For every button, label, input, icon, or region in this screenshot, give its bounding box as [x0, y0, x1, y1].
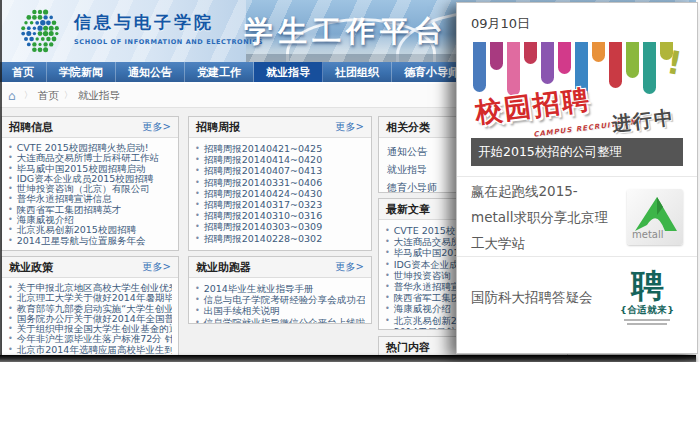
paint-drip — [592, 42, 605, 62]
nav-item-career[interactable]: 就业指导 — [254, 62, 323, 82]
paint-drip — [473, 42, 486, 92]
panel-header: 就业助跑器 更多> — [189, 257, 371, 278]
bullet-icon: • — [8, 304, 13, 314]
list-item[interactable]: •世坤投资咨询（北京）有限公司 — [8, 184, 172, 194]
list-item-label: IDG资本企业成员2015校园招聘 — [17, 174, 154, 184]
more-link[interactable]: 更多> — [336, 260, 364, 274]
list-item[interactable]: •CVTE 2015校园招聘火热启动! — [8, 143, 172, 153]
panel-header: 就业政策 更多> — [2, 257, 178, 278]
list-item[interactable]: •招聘周报20140407~0413 — [195, 165, 365, 176]
panel-header: 招聘信息 更多> — [2, 117, 178, 138]
panel-weekly-report: 招聘周报 更多> •招聘周报20140421~0425•招聘周报20140414… — [188, 116, 372, 251]
paint-drip — [558, 42, 571, 74]
panel-title: 热门内容 — [386, 340, 430, 355]
list-item[interactable]: •2014卫星导航与位置服务年会 — [8, 236, 172, 246]
list-item[interactable]: •北京兆易创新2015校园招聘 — [8, 225, 172, 235]
list-item[interactable]: •毕马威中国2015校园招聘启动 — [8, 164, 172, 174]
paint-drip — [609, 42, 622, 88]
nav-item-party[interactable]: 党建工作 — [185, 62, 254, 82]
more-link[interactable]: 更多> — [143, 120, 171, 134]
list-item[interactable]: •德育小导师 — [387, 181, 463, 193]
list-item-label: 关于组织申报全国大学生创业基金的通知 — [17, 324, 172, 334]
list-item-label: 海康威视介绍 — [394, 303, 451, 314]
nav-item-news[interactable]: 学院新闻 — [47, 62, 116, 82]
more-link[interactable]: 更多> — [336, 120, 364, 134]
panel-title: 招聘信息 — [9, 120, 53, 135]
list-item-label: 普华永道招聘宣讲信息 — [17, 194, 112, 204]
list-item[interactable]: •陕西省军工集团招聘英才 — [8, 205, 172, 215]
list-item-label: 招聘周报20140414~0420 — [204, 154, 323, 165]
campus-recruitment-banner[interactable]: ! 校园招聘 CAMPUS RECRUITMENT 进行中 开始2015校招的公… — [471, 42, 683, 166]
list-item-label: 教育部等九部委启动实施“大学生创业引领计划” — [17, 304, 172, 314]
bullet-icon: • — [195, 294, 200, 305]
nav-item-notices[interactable]: 通知公告 — [116, 62, 185, 82]
list-item[interactable]: •关于申报北京地区高校大学生创业优秀团队的通知 — [8, 283, 172, 293]
page: 信息与电子学院 SCHOOL OF INFORMATION AND ELECTR… — [0, 0, 700, 422]
bullet-icon: • — [8, 314, 13, 324]
list-item[interactable]: •招聘周报20140421~0425 — [195, 143, 365, 154]
list-item[interactable]: •北京市2014年选聘应届高校毕业生到村任职工作公告 — [8, 345, 172, 355]
list-item-label: 今年非沪生源毕业生落户标准72分 针对紧缺急需人才 — [17, 334, 172, 344]
recruit-info-list: •CVTE 2015校园招聘火热启动!•大连商品交易所博士后科研工作站•毕马威中… — [2, 143, 178, 246]
list-item[interactable]: •招聘周报20140414~0420 — [195, 154, 365, 165]
college-name-en: SCHOOL OF INFORMATION AND ELECTRONICS — [74, 38, 263, 46]
list-item-label: 北京兆易创新2015校园招聘 — [17, 225, 136, 235]
bullet-icon: • — [8, 236, 13, 246]
recruitment-overlay-card: 09月10日 ! 校园招聘 CAMPUS RECRUITMENT 进行中 开始2… — [456, 2, 698, 354]
bullet-icon: • — [385, 247, 390, 258]
list-item-label: 德育小导师 — [387, 182, 437, 193]
bullet-icon: • — [385, 315, 390, 326]
list-item[interactable]: •信息学院就业指导微信公众平台上线啦! — [195, 317, 365, 324]
breadcrumb-separator-icon: 〉 — [64, 89, 73, 102]
list-item[interactable]: •通知公告 — [387, 145, 463, 159]
bullet-icon: • — [195, 165, 200, 176]
list-item[interactable]: •2014毕业生就业指导手册 — [195, 283, 365, 294]
breadcrumb-separator-icon: 〉 — [24, 89, 33, 102]
list-item[interactable]: •IDG资本企业成员2015校园招聘 — [8, 174, 172, 184]
panel-title: 招聘周报 — [196, 120, 240, 135]
bullet-icon: • — [385, 326, 390, 330]
nav-item-home[interactable]: 首页 — [0, 62, 47, 82]
nav-label: 学院新闻 — [59, 65, 103, 80]
list-item[interactable]: •国务院办公厅关于做好2014年全国普通高等学校毕业生就业... — [8, 314, 172, 324]
list-item[interactable]: •招聘周报20140317~0323 — [195, 199, 365, 210]
list-item[interactable]: •招聘周报20140331~0406 — [195, 177, 365, 188]
employment-policy-list: •关于申报北京地区高校大学生创业优秀团队的通知•北京理工大学关于做好2014年暑… — [2, 283, 178, 355]
card-item-guofangkeda[interactable]: 国防科大招聘答疑会 聘 {合适就来} — [457, 256, 697, 336]
bullet-icon: • — [195, 210, 200, 221]
list-item[interactable]: •大连商品交易所博士后科研工作站 — [8, 153, 172, 163]
list-item-label: 通知公告 — [387, 146, 427, 157]
list-item[interactable]: •海康威视介绍 — [8, 215, 172, 225]
banner-caption[interactable]: 开始2015校招的公司整理 — [471, 138, 683, 166]
bullet-icon: • — [195, 177, 200, 188]
bullet-icon: • — [8, 345, 13, 355]
list-item-label: 招聘周报20140310~0316 — [204, 210, 323, 221]
list-item[interactable]: •就业指导 — [387, 163, 463, 177]
list-item-label: 关于申报北京地区高校大学生创业优秀团队的通知 — [17, 283, 172, 293]
breadcrumb-home[interactable]: 首页 — [38, 89, 59, 103]
list-item[interactable]: •招聘周报20140310~0316 — [195, 210, 365, 221]
list-item[interactable]: •关于组织申报全国大学生创业基金的通知 — [8, 324, 172, 334]
panel-header: 招聘周报 更多> — [189, 117, 371, 138]
list-item[interactable]: •招聘周报20140303~0309 — [195, 221, 365, 232]
list-item[interactable]: •招聘周报20140228~0302 — [195, 233, 365, 244]
list-item[interactable]: •普华永道招聘宣讲信息 — [8, 194, 172, 204]
list-item-label: 陕西省军工集团招聘英才 — [17, 205, 122, 215]
paint-drip — [626, 42, 639, 78]
more-link[interactable]: 更多> — [143, 260, 171, 274]
list-item[interactable]: •教育部等九部委启动实施“大学生创业引领计划” — [8, 304, 172, 314]
card-item-metall[interactable]: 赢在起跑线2015-metall求职分享北京理工大学站 metall — [457, 176, 697, 256]
nav-item-clubs[interactable]: 社团组织 — [323, 62, 392, 82]
list-item[interactable]: •信息与电子学院考研经验分享会成功召开 — [195, 294, 365, 305]
bullet-icon: • — [195, 283, 200, 294]
list-item[interactable]: •招聘周报20140424~0430 — [195, 188, 365, 199]
list-item-label: 海康威视介绍 — [17, 215, 74, 225]
list-item-label: CVTE 2015校园招聘火热启动! — [17, 143, 149, 153]
bullet-icon: • — [8, 194, 13, 204]
screenshot-left-edge — [0, 0, 2, 362]
list-item[interactable]: •出国手续相关说明 — [195, 305, 365, 316]
list-item[interactable]: •今年非沪生源毕业生落户标准72分 针对紧缺急需人才 — [8, 334, 172, 344]
list-item[interactable]: •北京理工大学关于做好2014年暑期毕业生派遣工作的通知 — [8, 293, 172, 303]
bullet-icon: • — [195, 188, 200, 199]
list-item-label: 北京理工大学关于做好2014年暑期毕业生派遣工作的通知 — [17, 293, 172, 303]
